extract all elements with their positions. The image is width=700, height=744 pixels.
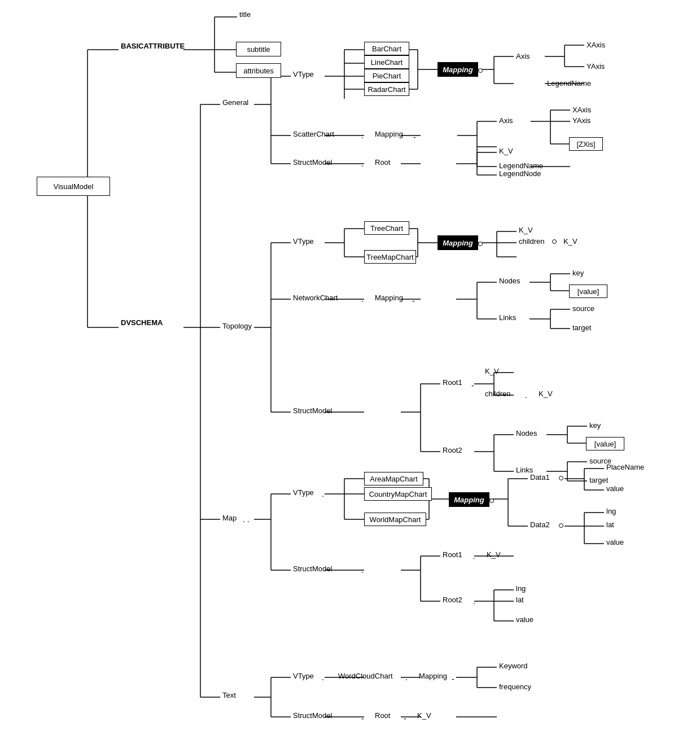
general-structmodel-node: StructModel	[291, 157, 334, 168]
treechart-node: TreeChart	[364, 221, 409, 235]
general-kv1-label: K_V	[499, 147, 513, 155]
topo-children-node: children	[517, 236, 547, 247]
piechart-node: PieChart	[364, 69, 409, 82]
text-mapping-label: Mapping	[419, 672, 447, 680]
networkchart-label: NetworkChart	[293, 294, 338, 302]
topo-children2-label: children	[485, 389, 511, 398]
basic-attribute-label: BASICATTRIBUTE	[121, 42, 185, 50]
topo-key1-label: key	[572, 269, 584, 277]
map-root1-node: Root1	[440, 549, 465, 560]
topo-target1-node: target	[570, 322, 593, 333]
topo-root1-label: Root1	[443, 378, 462, 387]
general-yaxis2-label: YAxis	[572, 116, 590, 125]
map-lat2-label: lat	[516, 596, 524, 604]
topo-nodes1-label: Nodes	[499, 277, 520, 285]
topo-nodes2-node: Nodes	[514, 428, 540, 439]
general-axis1-node: Axis	[514, 51, 532, 62]
dash1: -	[413, 133, 416, 142]
general-kv1-node: K_V	[497, 146, 515, 156]
map-lng2-label: lng	[516, 584, 526, 593]
map-lat2-node: lat	[514, 594, 526, 605]
topo-vtype-node: VType	[291, 236, 316, 247]
map-value3-label: value	[516, 615, 533, 624]
map-root1-label: Root1	[443, 550, 462, 559]
map-lng2-node: lng	[514, 583, 528, 594]
topo-structmodel-label: StructModel	[293, 406, 332, 415]
mapping1-circle	[478, 68, 483, 73]
text-keyword-label: Keyword	[499, 662, 528, 670]
text-keyword-node: Keyword	[497, 660, 530, 671]
topo-kv3-node: K_V	[483, 366, 501, 377]
dot1: ·	[361, 133, 364, 142]
general-axis2-node: Axis	[497, 115, 515, 126]
map-data1-circle	[559, 476, 563, 480]
topology-label: Topology	[222, 322, 252, 330]
general-legendname1-label: LegendName	[547, 79, 591, 87]
topo-children-label: children	[519, 237, 545, 246]
topo-value1-node: [value]	[569, 285, 607, 298]
topo-kv3-label: K_V	[485, 367, 499, 375]
map-data1-label: Data1	[530, 473, 550, 482]
general-root-node: Root	[373, 157, 392, 168]
topo-links1-node: Links	[497, 312, 518, 323]
dash3: -	[471, 381, 474, 390]
map-data2-label: Data2	[530, 520, 550, 529]
topo-structmodel-node: StructModel	[291, 405, 334, 416]
general-zxis-node: [ZXis]	[569, 137, 603, 151]
topo-value2-node: [value]	[586, 437, 624, 450]
topo-key2-label: key	[589, 421, 601, 430]
general-mapping2-node: Mapping	[373, 129, 405, 139]
map-mapping-circle	[489, 498, 494, 503]
map-lat1-node: lat	[604, 519, 616, 530]
topo-value2-label: [value]	[594, 440, 616, 448]
linechart-node: LineChart	[364, 55, 409, 69]
title-label: title	[239, 10, 251, 19]
topo-root2-label: Root2	[443, 446, 462, 454]
dot4: ·	[525, 392, 527, 401]
map-data1-node: Data1	[528, 472, 552, 483]
map-label: Map	[222, 514, 237, 522]
map-value1-label: value	[606, 484, 624, 493]
map-mapping-node: Mapping	[449, 492, 489, 507]
dot7: ·	[473, 598, 475, 607]
map-root2-label: Root2	[443, 596, 462, 604]
general-xaxis1-label: XAxis	[587, 41, 605, 49]
general-xaxis2-label: XAxis	[572, 106, 591, 114]
wordcloudchart-label: WordCloudChart	[338, 672, 393, 680]
topo-mapping2-node: Mapping	[373, 292, 405, 303]
general-yaxis2-node: YAxis	[570, 115, 593, 126]
treechart-label: TreeChart	[370, 224, 403, 233]
areamapchart-node: AreaMapChart	[364, 472, 423, 485]
map-value1-node: value	[604, 483, 626, 494]
attributes-label: attributes	[243, 67, 273, 75]
treemapchart-label: TreeMapChart	[366, 253, 413, 261]
dot6: ·	[473, 553, 475, 562]
topo-kv2-node: K_V	[561, 236, 580, 247]
general-axis1-label: Axis	[516, 52, 530, 60]
topo-key2-node: key	[587, 420, 603, 431]
scatterchart-label: ScatterChart	[293, 130, 334, 138]
map-kv1-label: K_V	[487, 550, 501, 559]
topo-source1-node: source	[570, 303, 597, 314]
general-xaxis2-node: XAxis	[570, 104, 593, 115]
worldmapchart-label: WorldMapChart	[370, 515, 421, 524]
title-node: title	[237, 9, 253, 20]
general-mapping1-node: Mapping	[438, 62, 478, 77]
map-lat1-label: lat	[606, 520, 614, 529]
text-frequency-node: frequency	[497, 681, 533, 692]
dash4: -	[452, 675, 454, 684]
topo-links1-label: Links	[499, 313, 516, 322]
topo-root2-node: Root2	[440, 445, 465, 456]
basic-attribute-node: BASICATTRIBUTE	[119, 41, 187, 51]
general-axis2-label: Axis	[499, 116, 513, 125]
general-node: General	[220, 97, 251, 108]
general-structmodel-label: StructModel	[293, 158, 332, 167]
topo-kv1-label: K_V	[519, 226, 533, 234]
map-root2-node: Root2	[440, 594, 465, 605]
topo-mapping1-label: Mapping	[443, 239, 473, 247]
map-value3-node: value	[514, 614, 536, 625]
topo-kv4-label: K_V	[539, 389, 553, 398]
map-placename-node: PlaceName	[604, 462, 646, 472]
map-structmodel-node: StructModel	[291, 563, 334, 574]
areamapchart-label: AreaMapChart	[370, 475, 418, 483]
